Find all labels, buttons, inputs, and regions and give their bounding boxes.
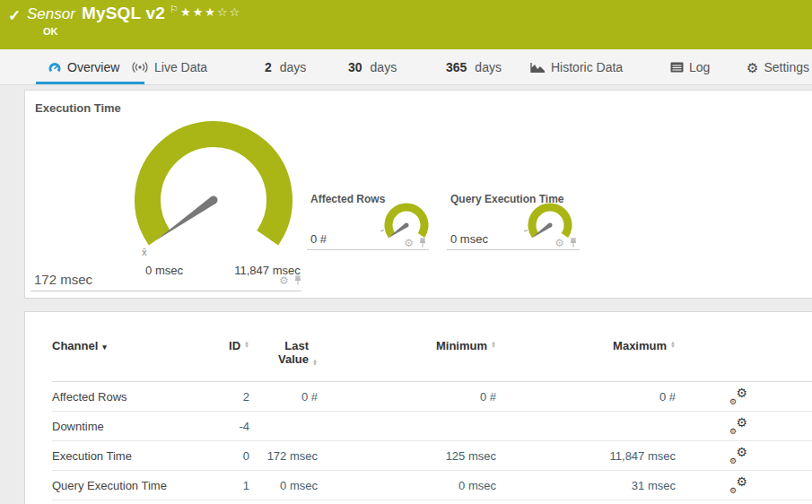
gauge-gear-icon[interactable]: ⚙ — [554, 238, 564, 248]
tab-2-days-label: days — [280, 60, 307, 74]
sensor-name: MySQL v2 — [82, 4, 165, 23]
table-row-query-execution-time[interactable]: Query Execution Time 1 0 msec 0 msec 31 … — [52, 471, 812, 500]
tab-log-label: Log — [689, 60, 710, 74]
affected-rows-value: 0 # — [310, 232, 327, 246]
query-execution-value: 0 msec — [450, 232, 488, 246]
affected-rows-title: Affected Rows — [310, 193, 385, 205]
sort-desc-icon: ▾ — [102, 343, 107, 352]
channel-settings-icon[interactable]: ⚙⚙ — [729, 448, 747, 464]
channel-minimum: 125 msec — [318, 449, 496, 463]
area-chart-icon — [530, 62, 546, 74]
priority-stars[interactable]: ★★★☆☆ — [180, 5, 241, 19]
gauge-gear-icon[interactable]: ⚙ — [404, 238, 414, 248]
tab-30-days[interactable]: 30 days — [348, 49, 397, 85]
table-header-row: Channel▾ ID ▲▼ Last Value ▲▼ Minimum ▲▼ … — [52, 339, 812, 382]
channel-minimum: 0 msec — [318, 479, 496, 492]
flag-icon[interactable]: ⚐ — [170, 4, 179, 15]
tab-365-days-label: days — [475, 60, 502, 74]
active-tab-underline — [36, 82, 144, 84]
table-row-execution-time[interactable]: Execution Time 0 172 msec 125 msec 11,84… — [52, 441, 812, 471]
sort-icon: ▲▼ — [670, 341, 676, 348]
pin-icon[interactable] — [569, 238, 578, 248]
channel-last-value: 172 msec — [249, 449, 318, 463]
average-marker: x̄ — [142, 247, 147, 257]
column-header-id[interactable]: ID ▲▼ — [203, 339, 249, 352]
channel-settings-icon[interactable]: ⚙⚙ — [729, 419, 747, 434]
channel-name[interactable]: Downtime — [52, 420, 203, 433]
query-execution-controls: ⚙ — [554, 238, 578, 248]
channel-name[interactable]: Execution Time — [52, 449, 203, 463]
channel-id: -4 — [203, 420, 249, 433]
main-gauge-controls: ⚙ — [279, 275, 302, 286]
table-row-affected-rows[interactable]: Affected Rows 2 0 # 0 # 0 # ⚙⚙ — [52, 382, 812, 412]
tab-settings-label: Settings — [764, 60, 809, 74]
affected-rows-panel: Affected Rows 0 # ⚙ — [307, 180, 429, 252]
minimum-header-label: Minimum — [436, 339, 487, 352]
stars-empty: ☆☆ — [217, 5, 241, 19]
status-badge: OK — [43, 26, 58, 37]
sensor-kind-label: Sensor — [27, 5, 75, 23]
tab-settings[interactable]: ⚙ Settings — [747, 49, 809, 85]
log-list-icon — [670, 62, 684, 73]
channels-table-panel: Channel▾ ID ▲▼ Last Value ▲▼ Minimum ▲▼ … — [24, 311, 812, 504]
tab-historic-data[interactable]: Historic Data — [530, 49, 623, 85]
channels-table: Channel▾ ID ▲▼ Last Value ▲▼ Minimum ▲▼ … — [25, 312, 812, 500]
tab-overview[interactable]: Overview — [48, 49, 119, 85]
column-header-last-value[interactable]: Last Value ▲▼ — [249, 339, 318, 366]
channel-name[interactable]: Query Execution Time — [52, 479, 203, 492]
tab-2-days[interactable]: 2 days — [265, 49, 306, 85]
tab-bar: Overview Live Data 2 days 30 days 365 da… — [0, 49, 812, 85]
tab-live-data-label: Live Data — [154, 60, 207, 74]
tab-live-data[interactable]: Live Data — [131, 49, 207, 85]
sort-icon: ▲▼ — [312, 359, 318, 366]
affected-rows-divider — [307, 249, 429, 250]
channel-maximum: 11,847 msec — [496, 449, 676, 463]
column-header-minimum[interactable]: Minimum ▲▼ — [318, 339, 496, 352]
channel-id: 0 — [203, 449, 249, 463]
channel-settings-icon[interactable]: ⚙⚙ — [729, 389, 747, 404]
main-gauge-value: 172 msec — [34, 272, 92, 287]
live-signal-icon — [131, 61, 149, 74]
execution-time-gauge: x̄ — [124, 119, 303, 281]
channel-maximum: 0 # — [496, 390, 676, 404]
last-value-header-label: Last Value — [273, 339, 309, 366]
channel-settings-icon[interactable]: ⚙⚙ — [729, 478, 747, 493]
channel-header-label: Channel — [52, 339, 98, 352]
tab-365-days-number: 365 — [446, 60, 467, 74]
tab-log[interactable]: Log — [670, 49, 710, 85]
channel-name[interactable]: Affected Rows — [52, 390, 203, 404]
channel-last-value: 0 msec — [249, 479, 318, 492]
sensor-title-row: Sensor MySQL v2 ⚐ — [27, 4, 180, 23]
tab-historic-data-label: Historic Data — [551, 60, 623, 74]
gauge-gear-icon[interactable]: ⚙ — [279, 275, 289, 286]
status-check-icon: ✓ — [8, 6, 21, 25]
channel-minimum: 0 # — [318, 390, 496, 404]
query-execution-panel: Query Execution Time 0 msec ⚙ — [447, 180, 580, 252]
channel-id: 1 — [203, 479, 249, 492]
tab-2-days-number: 2 — [265, 60, 272, 74]
tab-30-days-number: 30 — [348, 60, 362, 74]
table-row-downtime[interactable]: Downtime -4 ⚙⚙ — [52, 412, 812, 441]
main-gauge-divider — [31, 291, 301, 291]
stars-filled: ★★★ — [180, 5, 217, 19]
tab-30-days-label: days — [371, 60, 397, 74]
maximum-header-label: Maximum — [613, 339, 667, 352]
tab-365-days[interactable]: 365 days — [446, 49, 502, 85]
sensor-header: ✓ Sensor MySQL v2 ⚐ ★★★☆☆ OK — [0, 0, 812, 49]
pin-icon[interactable] — [293, 275, 302, 286]
gauge-icon — [48, 61, 62, 74]
id-header-label: ID — [229, 339, 240, 352]
main-gauge-title: Execution Time — [35, 101, 121, 115]
channel-last-value: 0 # — [249, 390, 318, 404]
query-execution-divider — [447, 249, 580, 250]
affected-rows-controls: ⚙ — [404, 238, 427, 248]
column-header-maximum[interactable]: Maximum ▲▼ — [496, 339, 676, 352]
column-header-channel[interactable]: Channel▾ — [52, 339, 203, 352]
channel-id: 2 — [203, 390, 249, 404]
pin-icon[interactable] — [418, 238, 427, 248]
channel-maximum: 31 msec — [496, 479, 676, 492]
settings-gear-icon: ⚙ — [747, 61, 758, 74]
tab-overview-label: Overview — [67, 60, 119, 74]
gauges-panel: Execution Time x̄ 0 msec 11,847 msec 172… — [24, 90, 812, 299]
gauge-min-label: 0 msec — [128, 264, 200, 277]
